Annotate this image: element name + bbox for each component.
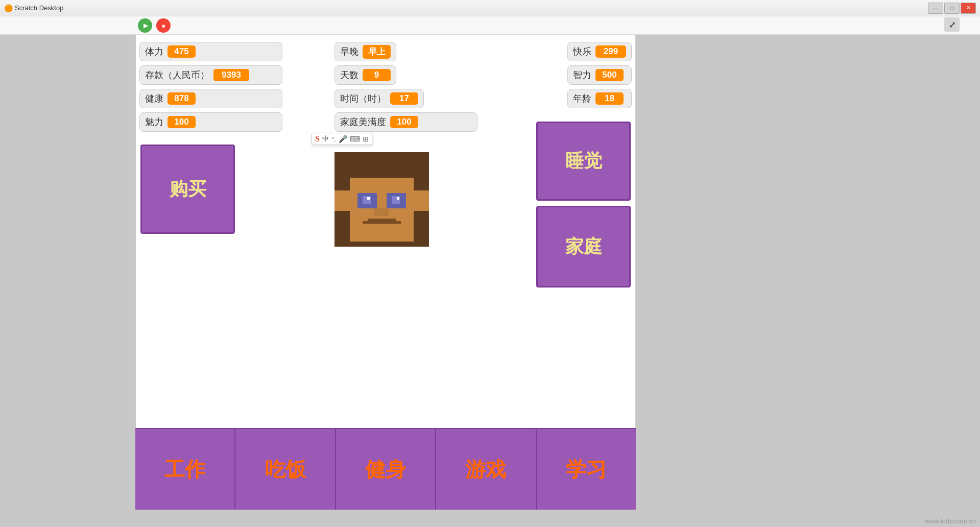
stat-zaow-value: 早上 — [363, 45, 391, 59]
sleep-button[interactable]: 睡觉 — [536, 122, 631, 201]
svg-rect-12 — [374, 208, 389, 216]
stat-tianshu: 天数 9 — [334, 65, 396, 85]
stat-kuaile-value: 299 — [595, 45, 626, 58]
close-button[interactable]: ✕ — [961, 3, 976, 14]
stat-nianling-label: 年龄 — [573, 92, 591, 105]
svg-rect-10 — [367, 197, 370, 200]
stat-jiankang-label: 健康 — [145, 92, 163, 105]
study-label: 学习 — [566, 456, 607, 484]
stat-kuaile-label: 快乐 — [573, 45, 591, 58]
right-stats: 快乐 299 智力 500 年龄 18 — [567, 42, 632, 108]
svg-rect-13 — [363, 219, 401, 224]
svg-rect-15 — [396, 216, 403, 221]
exercise-label: 健身 — [365, 456, 406, 484]
left-stats: 体力 475 存款（人民币） 9393 健康 878 魅力 100 — [139, 42, 282, 132]
stat-tianshu-value: 9 — [363, 69, 391, 81]
app-icon: 🟠 — [4, 4, 13, 12]
window-controls: — □ ✕ — [928, 3, 976, 14]
ime-grid-btn[interactable]: ⊞ — [363, 135, 369, 143]
svg-rect-17 — [334, 190, 350, 211]
stat-jiating-value: 100 — [390, 116, 418, 128]
work-label: 工作 — [164, 456, 205, 484]
eat-label: 吃饭 — [265, 456, 306, 484]
stat-tili-label: 体力 — [145, 45, 163, 58]
stat-shijian-label: 时间（时） — [340, 92, 386, 105]
scratch-menubar: ⤢ — [0, 16, 980, 35]
stat-jiating-label: 家庭美满度 — [340, 116, 386, 128]
stat-cunkuan-value: 9393 — [213, 69, 249, 81]
stat-jiankang-value: 878 — [168, 92, 196, 105]
stat-zhili: 智力 500 — [567, 65, 632, 85]
center-stats: 早晚 早上 天数 9 时间（时） 17 家庭美满度 100 — [334, 42, 477, 132]
stat-cunkuan: 存款（人民币） 9393 — [139, 65, 282, 85]
minimize-button[interactable]: — — [928, 3, 943, 14]
stat-jiankang: 健康 878 — [139, 89, 282, 108]
stop-button[interactable] — [156, 18, 171, 33]
exercise-button[interactable]: 健身 — [336, 429, 436, 510]
window-titlebar: 🟠 Scratch Desktop — □ ✕ — [0, 0, 980, 16]
eat-button[interactable]: 吃饭 — [235, 429, 336, 510]
stat-jiating: 家庭美满度 100 — [334, 112, 477, 132]
family-label: 家庭 — [565, 234, 602, 259]
fullscreen-button[interactable]: ⤢ — [944, 17, 960, 32]
stat-zaow-label: 早晚 — [340, 45, 358, 58]
bottom-action-bar: 工作 吃饭 健身 游戏 学习 — [135, 428, 636, 510]
ime-lang-btn[interactable]: 中 — [322, 134, 329, 143]
stat-nianling-value: 18 — [595, 92, 624, 105]
green-flag-button[interactable] — [138, 18, 152, 33]
stat-meil: 魅力 100 — [139, 112, 282, 132]
purchase-button[interactable]: 购买 — [140, 145, 235, 234]
stat-tianshu-label: 天数 — [340, 69, 358, 81]
stat-shijian-value: 17 — [390, 92, 418, 105]
svg-rect-11 — [397, 197, 399, 200]
work-button[interactable]: 工作 — [135, 429, 235, 510]
sleep-label: 睡觉 — [565, 149, 602, 174]
stat-shijian: 时间（时） 17 — [334, 89, 424, 108]
ime-punct-btn[interactable]: °, — [331, 135, 336, 143]
svg-rect-16 — [350, 226, 414, 242]
stat-kuaile: 快乐 299 — [567, 42, 632, 61]
svg-rect-5 — [350, 178, 414, 188]
stat-zaow: 早晚 早上 — [334, 42, 396, 61]
stat-cunkuan-label: 存款（人民币） — [145, 69, 209, 81]
stat-meil-label: 魅力 — [145, 116, 163, 128]
family-button[interactable]: 家庭 — [536, 206, 631, 288]
stat-nianling: 年龄 18 — [567, 89, 632, 108]
maximize-button[interactable]: □ — [944, 3, 960, 14]
ime-mic-btn[interactable]: 🎤 — [339, 135, 347, 143]
stat-zhili-value: 500 — [595, 69, 624, 81]
game-label: 游戏 — [465, 456, 506, 484]
stat-zhili-label: 智力 — [573, 69, 591, 81]
svg-rect-18 — [414, 190, 429, 211]
window-title: Scratch Desktop — [15, 4, 63, 12]
ime-logo: S — [315, 134, 320, 143]
character-avatar — [334, 152, 429, 247]
stat-tili-value: 475 — [168, 45, 196, 58]
ime-keyboard-btn[interactable]: ⌨ — [350, 135, 360, 143]
stat-tili: 体力 475 — [139, 42, 282, 61]
stat-meil-value: 100 — [168, 116, 196, 128]
watermark: www.kidscode.cn — [925, 517, 976, 525]
purchase-label: 购买 — [170, 177, 206, 202]
game-button[interactable]: 游戏 — [436, 429, 536, 510]
svg-rect-14 — [360, 216, 368, 221]
ime-toolbar[interactable]: S 中 °, 🎤 ⌨ ⊞ — [312, 133, 372, 145]
game-stage: 体力 475 存款（人民币） 9393 健康 878 魅力 100 早晚 早上 … — [135, 35, 636, 510]
study-button[interactable]: 学习 — [537, 429, 636, 510]
